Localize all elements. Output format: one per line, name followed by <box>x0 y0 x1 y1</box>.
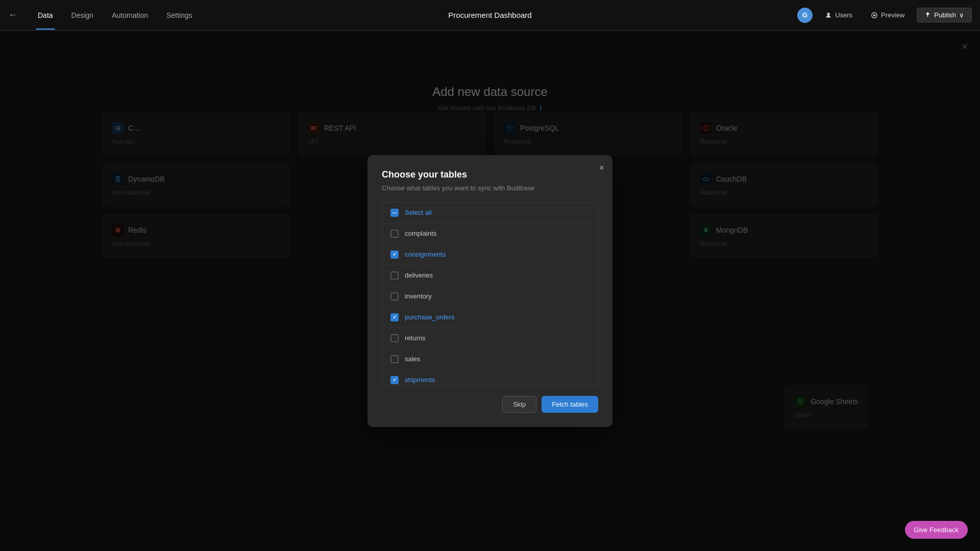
table-label-complaints: complaints <box>405 230 436 237</box>
preview-button[interactable]: Preview <box>865 8 911 22</box>
table-row-select-all[interactable]: Select all <box>382 203 598 223</box>
table-row-consignments[interactable]: consignments <box>382 244 598 265</box>
table-row-complaints[interactable]: complaints <box>382 223 598 244</box>
main-content: Add new data source Get started with our… <box>0 31 980 551</box>
modal-close-button[interactable]: × <box>599 163 604 172</box>
publish-icon <box>924 12 931 18</box>
checkbox-deliveries[interactable] <box>390 271 399 280</box>
give-feedback-button[interactable]: Give Feedback <box>905 521 968 539</box>
checkbox-shipments[interactable] <box>390 376 399 384</box>
topnav: ← Data Design Automation Settings Procur… <box>0 0 980 31</box>
modal-footer: Skip Fetch tables <box>382 396 598 413</box>
table-label-deliveries: deliveries <box>405 271 433 279</box>
checkbox-select-all[interactable] <box>390 209 399 217</box>
table-row-inventory[interactable]: inventory <box>382 286 598 307</box>
modal-title: Choose your tables <box>382 169 598 180</box>
tab-settings[interactable]: Settings <box>158 7 201 23</box>
nav-tabs: Data Design Automation Settings <box>30 7 201 23</box>
users-button[interactable]: Users <box>819 8 859 22</box>
preview-icon <box>871 12 878 19</box>
table-label-inventory: inventory <box>405 292 432 300</box>
back-button[interactable]: ← <box>8 10 17 20</box>
checkbox-sales[interactable] <box>390 355 399 363</box>
choose-tables-modal: × Choose your tables Choose what tables … <box>368 155 612 427</box>
skip-button[interactable]: Skip <box>502 396 536 413</box>
checkbox-consignments[interactable] <box>390 251 399 259</box>
publish-button[interactable]: Publish ∨ <box>917 8 972 22</box>
table-row-purchase-orders[interactable]: purchase_orders <box>382 307 598 328</box>
avatar: G <box>797 8 813 23</box>
table-row-deliveries[interactable]: deliveries <box>382 265 598 286</box>
modal-overlay: × Choose your tables Choose what tables … <box>0 31 980 551</box>
app-title: Procurement Dashboard <box>448 11 531 19</box>
tab-design[interactable]: Design <box>63 7 102 23</box>
table-label-shipments: shipments <box>405 376 435 384</box>
table-row-shipments[interactable]: shipments <box>382 370 598 386</box>
table-row-sales[interactable]: sales <box>382 349 598 370</box>
table-row-returns[interactable]: returns <box>382 328 598 349</box>
tables-list: Select all complaints consignments deliv… <box>382 202 598 386</box>
users-icon <box>825 12 832 19</box>
tab-automation[interactable]: Automation <box>104 7 156 23</box>
table-label-returns: returns <box>405 334 425 342</box>
tab-data[interactable]: Data <box>30 7 61 23</box>
table-label-sales: sales <box>405 355 420 363</box>
table-label-purchase-orders: purchase_orders <box>405 313 455 321</box>
checkbox-complaints[interactable] <box>390 230 399 238</box>
checkbox-inventory[interactable] <box>390 292 399 300</box>
topnav-right: G Users Preview Publish ∨ <box>797 8 972 23</box>
checkbox-returns[interactable] <box>390 334 399 342</box>
chevron-down-icon: ∨ <box>959 11 964 19</box>
table-label-select-all: Select all <box>405 209 432 216</box>
svg-marker-1 <box>873 14 876 16</box>
checkbox-purchase-orders[interactable] <box>390 313 399 321</box>
modal-subtitle: Choose what tables you want to sync with… <box>382 184 598 192</box>
topnav-left: ← Data Design Automation Settings <box>8 7 201 23</box>
fetch-tables-button[interactable]: Fetch tables <box>542 396 598 413</box>
table-label-consignments: consignments <box>405 251 446 258</box>
